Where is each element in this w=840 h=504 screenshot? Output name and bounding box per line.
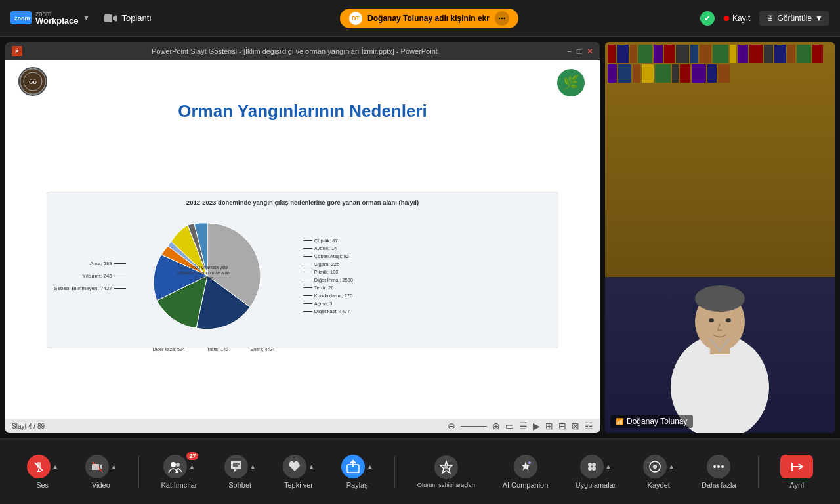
svg-point-29 bbox=[588, 463, 592, 467]
chart-body: Anız; 588 Yıldırım; 246 Sebebi Bilinmeye… bbox=[54, 210, 551, 341]
label-acma: Açma; 3 bbox=[303, 301, 551, 306]
toolbar-item-kaydet[interactable]: ▲ Kaydet bbox=[638, 451, 680, 493]
chart-container: 2012-2023 döneminde yangın çıkış nedenle… bbox=[47, 192, 558, 348]
presenter-icon[interactable]: ☷ bbox=[585, 421, 593, 431]
katilimcilar-expand-icon[interactable]: ▲ bbox=[189, 463, 195, 470]
ses-label: Ses bbox=[36, 481, 49, 489]
label-sebebi: Sebebi Bilinmeyen; 7427 bbox=[54, 285, 126, 291]
window-controls: − □ ✕ bbox=[567, 47, 593, 56]
chart-area: 2012-2023 döneminde yangın çıkış nedenle… bbox=[18, 128, 587, 412]
view-button[interactable]: 🖥 Görüntüle ▼ bbox=[759, 11, 830, 26]
dahafazla-icon-btn[interactable] bbox=[707, 455, 730, 478]
video-expand-icon[interactable]: ▲ bbox=[111, 463, 117, 470]
paylas-expand-icon[interactable]: ▲ bbox=[367, 463, 373, 470]
toolbar-item-uygulamalar[interactable]: ▲ Uygulamalar bbox=[570, 451, 621, 493]
svg-point-36 bbox=[717, 465, 720, 468]
view-label: Görüntüle bbox=[777, 14, 812, 23]
paylas-icon-btn[interactable] bbox=[341, 455, 365, 478]
toolbar-item-katilimcilar[interactable]: ▲ Katılımcılar 27 bbox=[156, 451, 202, 493]
toolbar-item-aicompanion[interactable]: AI Companion bbox=[497, 451, 554, 493]
zoom-out-icon[interactable]: ⊖ bbox=[448, 421, 455, 431]
video-icon-btn[interactable] bbox=[85, 455, 109, 478]
aicompanion-icon-btn[interactable] bbox=[514, 455, 537, 478]
kaydet-icon-btn[interactable] bbox=[643, 455, 667, 478]
close-button[interactable]: ✕ bbox=[587, 47, 593, 56]
normal-view-icon[interactable]: ▭ bbox=[505, 421, 514, 431]
toolbar-item-ayril[interactable]: Ayrıl bbox=[775, 451, 818, 493]
powerpoint-title: PowerPoint Slayt Gösterisi - [İklim deği… bbox=[28, 47, 562, 55]
tepkiver-icon-btn[interactable] bbox=[283, 455, 306, 478]
svg-point-30 bbox=[592, 463, 596, 467]
divider-3 bbox=[758, 455, 759, 488]
fit-icon[interactable]: ⊠ bbox=[572, 421, 579, 431]
security-badge[interactable]: ✔ bbox=[700, 11, 715, 26]
screen-share-pill[interactable]: DT Doğanay Tolunay adlı kişinin ekr ··· bbox=[340, 9, 518, 28]
svg-text:21.188 ha: 21.188 ha bbox=[194, 276, 213, 280]
oturum-icon-btn[interactable] bbox=[434, 455, 458, 479]
slide-logos: ÖÜ 🌿 bbox=[18, 67, 587, 98]
zoom-in-icon[interactable]: ⊕ bbox=[492, 421, 500, 431]
zoom-logo-icon: zoom bbox=[10, 11, 32, 24]
meeting-button[interactable]: Toplantı bbox=[98, 9, 158, 28]
pie-chart: 2012-2023 yıllarında yıllık ortalama yan… bbox=[135, 210, 293, 341]
screen-share-more-button[interactable]: ··· bbox=[495, 11, 509, 26]
label-diger-ihmal: Diğer İhmal; 2530 bbox=[303, 277, 551, 283]
dropdown-arrow-icon[interactable]: ▼ bbox=[83, 13, 91, 22]
aicompanion-label: AI Companion bbox=[503, 481, 549, 489]
person-silhouette bbox=[654, 140, 786, 433]
ses-expand-icon[interactable]: ▲ bbox=[52, 463, 58, 470]
uygulamalar-label: Uygulamalar bbox=[576, 481, 616, 489]
slide-status-bar: Slayt 4 / 89 ⊖ ──── ⊕ ▭ ☰ ▶ ⊞ ⊟ ⊠ ☷ bbox=[5, 419, 600, 433]
outline-view-icon[interactable]: ☰ bbox=[519, 421, 528, 431]
participant-name: Doğanay Tolunay bbox=[627, 417, 688, 426]
ayril-label: Ayrıl bbox=[789, 481, 804, 489]
minimize-button[interactable]: − bbox=[567, 47, 572, 56]
svg-point-35 bbox=[713, 465, 716, 468]
record-dot-icon bbox=[724, 16, 729, 21]
video-label: Video bbox=[92, 481, 110, 489]
katilimci-count-badge: 27 bbox=[186, 452, 198, 460]
svg-rect-2 bbox=[104, 14, 112, 22]
top-bar: zoom zoom Workplace ▼ Toplantı DT Doğana… bbox=[0, 0, 840, 37]
sohbet-icon-btn[interactable] bbox=[224, 455, 248, 478]
label-enerji: Enerji; 4424 bbox=[251, 347, 275, 352]
paylas-label: Paylaş bbox=[346, 481, 368, 489]
svg-point-37 bbox=[721, 465, 724, 468]
toolbar-item-sohbet[interactable]: ▲ Sohbet bbox=[219, 451, 261, 493]
grid-view-icon[interactable]: ⊞ bbox=[545, 421, 553, 431]
ayril-icon-btn[interactable] bbox=[780, 455, 813, 478]
zoom-slider[interactable]: ──── bbox=[461, 421, 487, 431]
toolbar-item-paylas[interactable]: ▲ Paylaş bbox=[336, 451, 378, 493]
svg-point-15 bbox=[709, 318, 714, 322]
katilimcilar-icon-btn[interactable] bbox=[163, 455, 187, 478]
uygulamalar-icon-btn[interactable] bbox=[580, 455, 604, 478]
label-teror: Terör; 26 bbox=[303, 285, 551, 291]
toolbar-item-dahafazla[interactable]: Daha fazla bbox=[696, 451, 742, 493]
label-sigara: Sigara; 225 bbox=[303, 261, 551, 267]
toolbar-item-ses[interactable]: ▲ Ses bbox=[22, 451, 64, 493]
kaydet-expand-icon[interactable]: ▲ bbox=[669, 463, 675, 470]
sohbet-expand-icon[interactable]: ▲ bbox=[250, 463, 256, 470]
oturum-label: Oturum sahibi araçları bbox=[417, 482, 476, 488]
svg-point-22 bbox=[171, 462, 176, 467]
label-coban: Çoban Ateşi; 92 bbox=[303, 253, 551, 259]
toolbar-item-oturum[interactable]: Oturum sahibi araçları bbox=[412, 452, 481, 492]
tepkiver-expand-icon[interactable]: ▲ bbox=[308, 463, 314, 470]
zoom-logo[interactable]: zoom zoom Workplace ▼ bbox=[10, 10, 90, 26]
uygulamalar-expand-icon[interactable]: ▲ bbox=[606, 463, 612, 470]
dt-badge: DT bbox=[349, 12, 362, 25]
workplace-text: zoom Workplace bbox=[35, 10, 79, 26]
ses-icon-btn[interactable] bbox=[27, 455, 51, 478]
security-check-icon: ✔ bbox=[704, 14, 711, 23]
slideshow-icon[interactable]: ▶ bbox=[533, 421, 540, 431]
maximize-button[interactable]: □ bbox=[577, 47, 581, 56]
svg-point-32 bbox=[592, 467, 596, 471]
toolbar-item-tepkiver[interactable]: ▲ Tepki ver bbox=[278, 451, 320, 493]
toolbar-item-video[interactable]: ▲ Video bbox=[80, 451, 122, 493]
bottom-toolbar: ▲ Ses ▲ Video bbox=[0, 438, 840, 504]
svg-point-31 bbox=[588, 467, 592, 471]
view-icon: 🖥 bbox=[766, 14, 774, 23]
layout-icon[interactable]: ⊟ bbox=[558, 421, 566, 431]
record-button[interactable]: Kayıt bbox=[724, 14, 750, 23]
powerpoint-titlebar: P PowerPoint Slayt Gösterisi - [İklim de… bbox=[5, 42, 600, 60]
